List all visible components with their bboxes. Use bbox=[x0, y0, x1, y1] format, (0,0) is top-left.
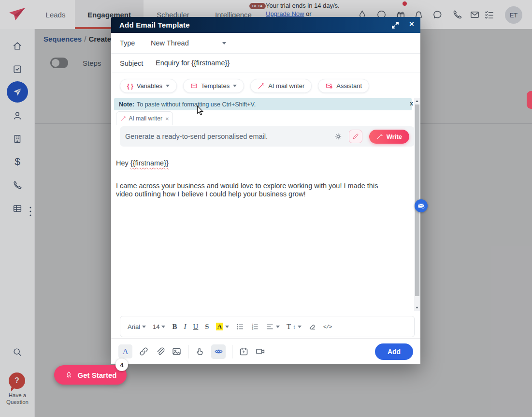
highlight-a-glyph: A bbox=[216, 323, 223, 330]
type-select[interactable]: New Thread bbox=[151, 33, 189, 54]
font-family-select[interactable]: Arial bbox=[128, 323, 146, 330]
add-email-template-modal: Add Email Template × Type New Thread Sub… bbox=[111, 17, 420, 364]
modal-title: Add Email Template bbox=[119, 21, 190, 29]
type-row: Type New Thread bbox=[111, 33, 420, 54]
font-family-value: Arial bbox=[128, 323, 140, 330]
font-size-select[interactable]: 14 bbox=[153, 323, 165, 330]
add-button[interactable]: Add bbox=[375, 343, 413, 360]
email-bubble-button[interactable] bbox=[415, 199, 428, 212]
magic-wand-icon bbox=[120, 116, 126, 121]
ai-mail-writer-button[interactable]: AI mail writer bbox=[250, 79, 312, 93]
modal-footer: A Add bbox=[111, 339, 420, 364]
chevron-down-icon bbox=[161, 326, 165, 328]
write-label: Write bbox=[387, 133, 402, 140]
edit-pencil-icon[interactable] bbox=[349, 130, 362, 143]
subject-row: Subject bbox=[111, 54, 420, 73]
expand-icon[interactable] bbox=[392, 22, 399, 29]
assistant-label: Assistant bbox=[336, 82, 362, 89]
ai-tab-label: AI mail writer bbox=[129, 115, 162, 122]
modal-header: Add Email Template × bbox=[111, 17, 420, 33]
bullet-list-button[interactable] bbox=[236, 323, 244, 331]
image-icon[interactable] bbox=[172, 346, 182, 357]
firstname-variable: {{firstname}} bbox=[130, 159, 169, 167]
chevron-down-icon bbox=[276, 326, 280, 328]
ai-prompt-input[interactable] bbox=[125, 133, 334, 140]
note-close-icon[interactable]: x bbox=[410, 100, 413, 107]
onboarding-step-badge: 4 bbox=[115, 358, 128, 371]
envelope-check-icon bbox=[325, 82, 333, 89]
ai-mail-writer-tab[interactable]: AI mail writer × bbox=[116, 111, 173, 125]
scrollbar-down-arrow[interactable] bbox=[416, 307, 418, 309]
variables-label: Variables bbox=[137, 82, 162, 89]
schedule-calendar-icon[interactable] bbox=[239, 346, 249, 357]
font-format-button[interactable]: A bbox=[118, 344, 132, 358]
get-started-button[interactable]: Get Started bbox=[54, 365, 127, 385]
underline-button[interactable]: U bbox=[193, 323, 199, 331]
updown-arrows-glyph: ↕ bbox=[293, 324, 296, 329]
footer-divider-bar bbox=[188, 345, 188, 358]
attachment-paperclip-icon[interactable] bbox=[155, 346, 165, 357]
note-text: To paste without formatting use Ctrl+Shi… bbox=[137, 101, 256, 108]
curly-braces-icon: { } bbox=[127, 83, 133, 89]
link-icon[interactable] bbox=[139, 346, 149, 357]
svg-text:3: 3 bbox=[252, 328, 253, 330]
email-body-greeting[interactable]: Hey {{firstname}} bbox=[116, 159, 169, 167]
get-started-label: Get Started bbox=[78, 371, 117, 379]
font-size-value: 14 bbox=[153, 323, 159, 330]
note-label: Note: bbox=[119, 101, 134, 108]
chevron-down-icon bbox=[233, 85, 237, 87]
footer-divider-bar bbox=[232, 345, 232, 358]
envelope-gear-icon bbox=[417, 202, 425, 209]
chevron-down-icon bbox=[142, 326, 146, 328]
templates-button[interactable]: Templates bbox=[183, 79, 244, 93]
greeting-prefix: Hey bbox=[116, 159, 130, 167]
variables-button[interactable]: { } Variables bbox=[120, 79, 177, 93]
templates-label: Templates bbox=[201, 82, 230, 89]
code-view-button[interactable]: </> bbox=[323, 324, 332, 330]
magic-wand-icon bbox=[376, 133, 383, 140]
assistant-button[interactable]: Assistant bbox=[318, 79, 369, 93]
tab-close-icon[interactable]: × bbox=[165, 115, 169, 122]
chevron-down-icon bbox=[298, 326, 302, 328]
line-height-t-glyph: T bbox=[287, 323, 291, 331]
ai-mail-writer-label: AI mail writer bbox=[268, 82, 304, 89]
line-height-button[interactable]: T↕ bbox=[287, 323, 302, 331]
envelope-icon bbox=[190, 82, 198, 89]
numbered-list-button[interactable]: 123 bbox=[251, 323, 259, 331]
chevron-down-icon bbox=[166, 85, 170, 87]
chevron-down-icon bbox=[225, 326, 229, 328]
text-color-button[interactable]: A bbox=[216, 323, 229, 330]
paste-note-banner: Note: To paste without formatting use Ct… bbox=[114, 98, 412, 110]
side-drawer-handle[interactable] bbox=[527, 91, 532, 109]
strikethrough-button[interactable]: S bbox=[205, 323, 209, 331]
ai-prompt-bar: Write bbox=[120, 126, 415, 147]
write-button[interactable]: Write bbox=[369, 130, 409, 144]
clear-format-eraser-button[interactable] bbox=[308, 323, 316, 331]
bold-button[interactable]: B bbox=[172, 323, 177, 331]
email-body-paragraph[interactable]: I came across your business and would lo… bbox=[116, 182, 395, 198]
app-root: Leads Engagement Scheduler Intelligence … bbox=[0, 0, 532, 417]
gear-icon[interactable] bbox=[334, 132, 343, 141]
pointer-hand-icon[interactable] bbox=[195, 346, 205, 357]
type-label: Type bbox=[120, 33, 135, 54]
align-button[interactable] bbox=[266, 323, 280, 331]
magic-wand-icon bbox=[258, 82, 265, 89]
format-toolbar: Arial 14 B I U S A 123 T↕ </> bbox=[120, 316, 415, 337]
close-icon[interactable]: × bbox=[409, 19, 414, 29]
subject-input[interactable] bbox=[156, 54, 388, 72]
subject-label: Subject bbox=[120, 54, 143, 73]
chevron-down-icon[interactable] bbox=[222, 42, 226, 45]
preview-eye-button[interactable] bbox=[211, 344, 226, 359]
template-toolbar: { } Variables Templates AI mail writer A… bbox=[120, 79, 369, 93]
rocket-icon bbox=[64, 371, 73, 380]
video-camera-icon[interactable] bbox=[255, 346, 265, 357]
italic-button[interactable]: I bbox=[184, 323, 187, 331]
scrollbar-up-arrow[interactable] bbox=[416, 100, 418, 102]
